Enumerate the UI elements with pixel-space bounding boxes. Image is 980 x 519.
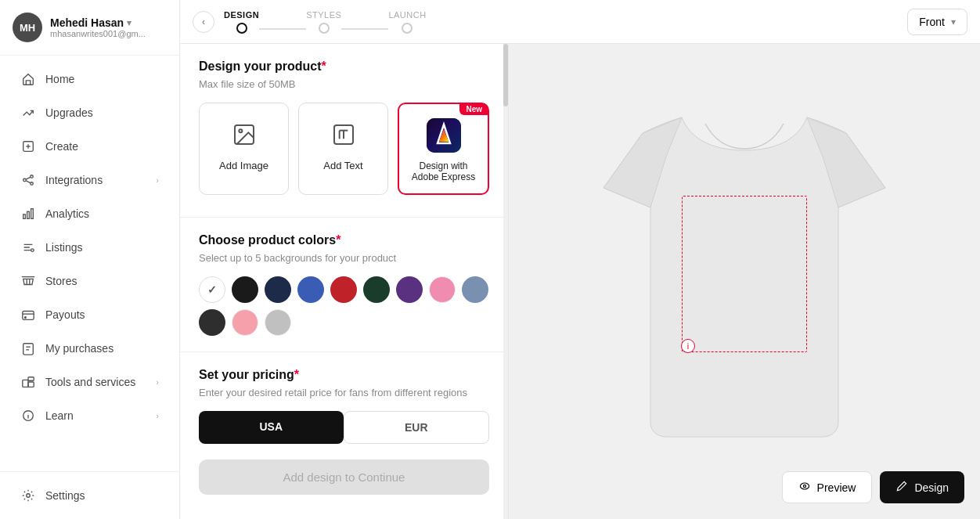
add-image-label: Add Image [219,160,268,171]
home-icon [20,71,36,87]
color-swatch-darkgray[interactable] [199,309,225,336]
sidebar-item-label: Create [45,140,78,153]
sidebar-item-label: Tools and services [45,376,135,388]
info-button[interactable]: i [681,339,695,353]
scrollbar[interactable] [503,44,508,519]
sidebar-item-stores[interactable]: Stores [6,265,173,297]
purchases-icon [20,341,36,356]
color-swatch-green[interactable] [363,276,390,303]
sidebar-item-label: My purchases [45,342,113,355]
svg-rect-9 [27,211,30,218]
sidebar-item-label: Stores [45,275,77,287]
design-cards: Add Image [199,103,489,195]
color-swatch-slate[interactable] [462,276,488,303]
topbar: ‹ DESIGN STYLES LAUNCH Front ▾ [180,0,980,44]
listings-icon [20,240,36,255]
pricing-tab-eur[interactable]: EUR [344,411,490,444]
step-label: STYLES [306,10,341,20]
step-design[interactable]: DESIGN [224,10,259,34]
integrations-icon [20,172,36,188]
chevron-right-icon: › [156,411,159,420]
sidebar-item-label: Analytics [45,207,89,220]
sidebar-item-tools-services[interactable]: Tools and services › [6,366,173,398]
color-swatch-pink[interactable] [429,276,456,303]
pencil-icon [895,480,908,495]
content-area: Design your product* Max file size of 50… [180,44,980,519]
svg-rect-17 [23,380,28,387]
svg-rect-18 [28,377,34,381]
steps-nav: DESIGN STYLES LAUNCH [224,10,907,34]
svg-rect-8 [23,214,26,218]
sidebar-item-payouts[interactable]: Payouts [6,298,173,331]
color-swatch-navy[interactable] [265,276,291,303]
sidebar-item-integrations[interactable]: Integrations › [6,164,173,196]
settings-icon [20,488,36,503]
main-nav: Home Upgrades Create [0,56,179,471]
sidebar-item-create[interactable]: Create [6,130,173,163]
eye-icon [798,480,811,495]
step-styles[interactable]: STYLES [306,10,341,34]
sidebar-item-label: Learn [45,409,74,422]
color-swatch-blue[interactable] [297,276,324,303]
add-text-card[interactable]: Add Text [298,103,388,195]
step-line [259,28,306,30]
svg-point-33 [800,483,809,489]
user-email: mhasanwrites001@gm... [50,29,146,38]
add-image-card[interactable]: Add Image [199,103,289,195]
color-swatch-purple[interactable] [396,276,423,303]
add-design-button[interactable]: Add design to Continue [199,460,489,495]
svg-point-3 [23,178,27,182]
pricing-section-subtitle: Enter your desired retail price for fans… [199,387,489,398]
sidebar-item-analytics[interactable]: Analytics [6,197,173,230]
learn-icon [20,408,36,423]
sidebar-item-settings[interactable]: Settings [6,479,173,512]
sidebar-item-home[interactable]: Home [6,63,173,96]
canvas-area: i Preview [509,44,980,519]
pricing-tab-usa[interactable]: USA [199,411,344,444]
svg-rect-14 [23,344,34,355]
svg-line-7 [26,181,30,183]
preview-button[interactable]: Preview [782,471,873,503]
step-circle [402,23,413,34]
color-swatch-white[interactable] [199,276,225,303]
chevron-right-icon: › [156,175,159,185]
user-profile[interactable]: MH Mehedi Hasan ▾ mhasanwrites001@gm... [0,0,179,56]
sidebar-item-upgrades[interactable]: Upgrades [6,96,173,129]
sidebar-item-my-purchases[interactable]: My purchases [6,332,173,365]
sidebar-item-listings[interactable]: Listings [6,231,173,264]
svg-point-34 [803,485,805,487]
panel-inner: Design your product* Max file size of 50… [180,44,508,510]
color-swatch-red[interactable] [330,276,357,303]
step-label: DESIGN [224,10,259,20]
color-swatch-gray[interactable] [265,309,291,336]
step-label: LAUNCH [388,10,426,20]
stores-icon [20,273,36,289]
step-line [341,28,388,30]
view-selector[interactable]: Front ▾ [907,9,967,35]
design-button[interactable]: Design [880,471,964,503]
divider-2 [180,351,508,352]
color-swatch-black[interactable] [232,276,258,303]
svg-point-13 [25,317,27,319]
text-icon [326,117,361,152]
svg-line-6 [26,177,30,179]
required-marker: * [336,233,340,247]
design-section: Design your product* Max file size of 50… [199,59,489,195]
svg-point-25 [239,129,242,132]
avatar: MH [13,13,42,42]
chevron-down-icon: ▾ [951,16,956,27]
color-swatches [199,276,489,303]
step-launch[interactable]: LAUNCH [388,10,426,34]
add-text-label: Add Text [323,160,362,171]
color-swatch-lightpink[interactable] [232,309,258,336]
colors-section-subtitle: Select up to 5 backgrounds for your prod… [199,252,489,264]
adobe-express-card[interactable]: New Design with Adobe Express [398,103,489,195]
svg-point-11 [31,249,34,252]
pricing-section-title: Set your pricing* [199,368,489,382]
sidebar-item-label: Home [45,73,74,85]
collapse-sidebar-button[interactable]: ‹ [193,11,214,33]
sidebar-item-learn[interactable]: Learn › [6,399,173,432]
svg-rect-19 [28,382,34,387]
design-label: Design [914,481,949,494]
design-section-title: Design your product* [199,59,489,74]
